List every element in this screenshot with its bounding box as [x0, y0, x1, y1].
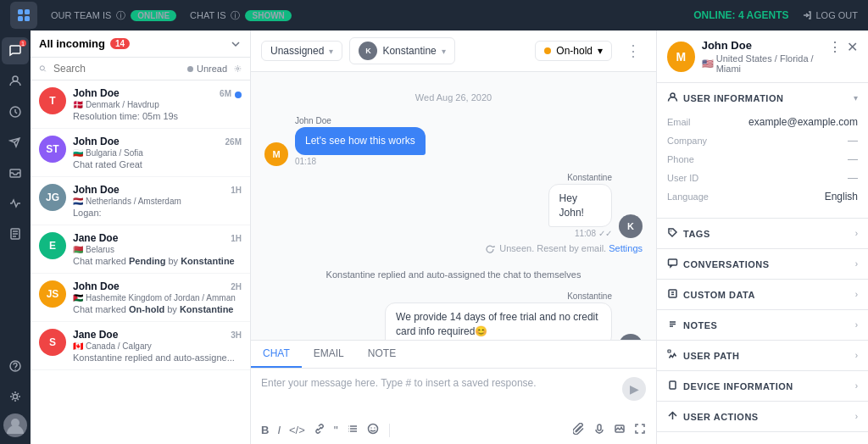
tab-note[interactable]: NOTE — [356, 341, 408, 368]
emoji-icon[interactable] — [367, 423, 379, 437]
logout-button[interactable]: LOG OUT — [802, 10, 858, 20]
rp-section-header-user-actions[interactable]: USER ACTIONS › — [657, 402, 868, 431]
bold-icon[interactable]: B — [261, 424, 269, 436]
message-row: Konstantine Hey John! 11:08 ✓✓ K — [544, 173, 643, 239]
bubble-content: We provide 14 days of free trial and no … — [385, 302, 612, 340]
app-logo[interactable] — [10, 2, 37, 29]
rp-section-header-device-info[interactable]: DEVICE INFORMATION › — [657, 371, 868, 401]
svg-point-12 — [40, 66, 44, 70]
agent-select[interactable]: K Konstantine ▾ — [349, 37, 454, 64]
tag-icon — [667, 227, 678, 240]
tab-chat[interactable]: CHAT — [251, 341, 302, 368]
conv-panel-title: All incoming 14 — [39, 37, 130, 50]
list-item[interactable]: ST John Doe 26M 🇧🇬 Bulgaria / Sofia Chat… — [31, 129, 250, 177]
attachment-icon[interactable] — [573, 423, 585, 437]
svg-point-13 — [236, 68, 239, 70]
message-time: 11:08 ✓✓ — [548, 229, 612, 238]
list-item[interactable]: JS John Doe 2H 🇯🇴 Hashemite Kingdom of J… — [31, 274, 250, 322]
svg-rect-2 — [18, 16, 23, 21]
rp-field-userid: User ID — — [667, 172, 858, 184]
rp-section-header-conversations[interactable]: CONVERSATIONS › — [657, 249, 868, 279]
sidebar-item-reports[interactable] — [2, 98, 29, 125]
svg-rect-1 — [25, 9, 30, 14]
rp-header-actions: ⋮ ✕ — [828, 39, 858, 55]
avatar: T — [39, 87, 66, 114]
conv-item-body: Jane Doe 1H 🇧🇾 Belarus Chat marked Pendi… — [73, 232, 242, 266]
rp-section-user-info: USER INFORMATION ▾ Email example@example… — [657, 83, 868, 219]
team-status-badge: ONLINE — [131, 10, 176, 21]
on-hold-status-button[interactable]: On-hold ▾ — [535, 41, 612, 61]
expand-icon[interactable] — [634, 423, 646, 437]
conv-item-name: John Doe 2H — [73, 280, 242, 292]
svg-rect-17 — [598, 425, 601, 430]
sidebar-item-send[interactable] — [2, 129, 29, 156]
more-options-button[interactable]: ⋮ — [620, 40, 646, 62]
rp-more-button[interactable]: ⋮ — [828, 39, 842, 55]
composer-tabs: CHAT EMAIL NOTE — [251, 341, 656, 369]
list-icon[interactable] — [347, 423, 359, 437]
message-time: 01:18 — [295, 157, 426, 166]
conversations-icon — [667, 258, 678, 270]
conv-item-meta: Chat marked On-hold by Konstantine — [73, 304, 242, 314]
sidebar-item-settings[interactable] — [2, 383, 29, 410]
unread-filter-button[interactable]: Unread — [187, 64, 227, 74]
unassigned-select[interactable]: Unassigned ▾ — [261, 41, 342, 61]
sidebar-item-activity[interactable] — [2, 190, 29, 217]
sidebar-item-chat[interactable]: 1 — [2, 37, 29, 64]
italic-icon[interactable]: I — [277, 424, 281, 436]
svg-point-19 — [620, 427, 622, 429]
rp-section-title-user-actions: USER ACTIONS — [667, 410, 759, 423]
conv-item-location: 🇯🇴 Hashemite Kingdom of Jordan / Amman — [73, 293, 242, 302]
sidebar-item-inbox[interactable] — [2, 159, 29, 186]
list-item[interactable]: S Jane Doe 3H 🇨🇦 Canada / Calgary Konsta… — [31, 322, 250, 370]
blockquote-icon[interactable]: " — [334, 424, 338, 437]
chevron-right-icon: › — [855, 381, 858, 391]
conv-chevron-icon[interactable] — [230, 38, 242, 50]
svg-point-4 — [13, 76, 18, 81]
device-icon — [667, 380, 678, 392]
conv-item-name: John Doe 6M — [73, 87, 242, 99]
rp-section-title-conversations: CONVERSATIONS — [667, 258, 770, 270]
rp-section-header-user-info[interactable]: USER INFORMATION ▾ — [657, 83, 868, 113]
rp-section-header-tags[interactable]: TAGS › — [657, 219, 868, 248]
chevron-right-icon: › — [855, 351, 858, 360]
list-item[interactable]: E Jane Doe 1H 🇧🇾 Belarus Chat marked Pen… — [31, 225, 250, 274]
chat-info-icon[interactable]: ⓘ — [231, 9, 240, 22]
conv-item-body: Jane Doe 3H 🇨🇦 Canada / Calgary Konstant… — [73, 329, 242, 363]
chat-header: Unassigned ▾ K Konstantine ▾ On-hold ▾ ⋮ — [251, 31, 656, 72]
team-info-icon[interactable]: ⓘ — [116, 9, 125, 22]
rp-section-header-user-path[interactable]: USER PATH › — [657, 341, 868, 370]
link-icon[interactable] — [314, 423, 326, 437]
svg-point-14 — [368, 425, 377, 434]
rp-field-company: Company — — [667, 135, 858, 147]
image-icon[interactable] — [614, 423, 626, 437]
svg-rect-23 — [669, 290, 676, 297]
avatar: ST — [39, 136, 66, 163]
notes-icon — [667, 319, 678, 331]
rp-field-email: Email example@example.com — [667, 116, 858, 128]
search-input[interactable] — [53, 63, 181, 75]
send-button[interactable]: ▶ — [622, 377, 646, 401]
chat-notif-dot: 1 — [19, 40, 26, 47]
online-indicator — [235, 92, 242, 98]
svg-rect-22 — [669, 259, 677, 265]
rp-close-button[interactable]: ✕ — [847, 39, 858, 55]
settings-link[interactable]: Settings — [609, 243, 643, 253]
rp-section-header-custom-data[interactable]: CUSTOM DATA › — [657, 280, 868, 309]
avatar: M — [264, 142, 288, 166]
rp-section-header-notes[interactable]: NOTES › — [657, 310, 868, 340]
settings-icon[interactable] — [234, 63, 242, 75]
conv-item-name: Jane Doe 3H — [73, 329, 242, 341]
sidebar-item-knowledge[interactable] — [2, 220, 29, 247]
conv-item-location: 🇧🇾 Belarus — [73, 245, 242, 254]
svg-rect-3 — [25, 16, 30, 21]
tab-email[interactable]: EMAIL — [302, 341, 356, 368]
user-avatar-sidebar[interactable] — [3, 413, 27, 437]
audio-icon[interactable] — [593, 423, 605, 437]
sidebar-item-help[interactable] — [2, 352, 29, 380]
list-item[interactable]: JG John Doe 1H 🇳🇱 Netherlands / Amsterda… — [31, 177, 250, 225]
message-input[interactable] — [261, 377, 615, 411]
list-item[interactable]: T John Doe 6M 🇩🇰 Denmark / Havdrup Resol… — [31, 80, 250, 129]
sidebar-item-contacts[interactable] — [2, 68, 29, 95]
code-icon[interactable]: </> — [289, 424, 305, 436]
